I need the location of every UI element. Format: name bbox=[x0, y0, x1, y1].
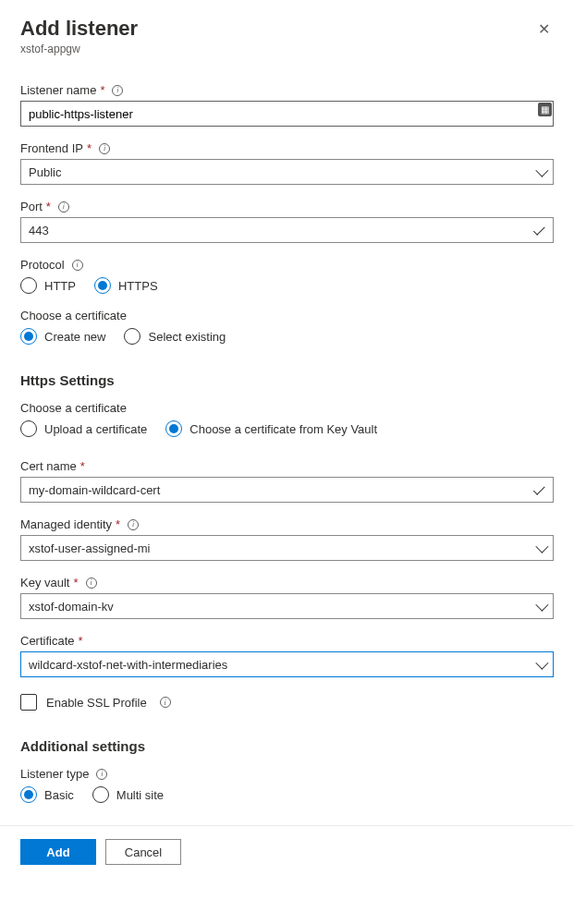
select-existing-radio[interactable]: Select existing bbox=[124, 328, 226, 345]
key-vault-value: xstof-domain-kv bbox=[29, 600, 114, 614]
radio-checked-icon bbox=[94, 277, 111, 294]
choose-cert-label: Choose a certificate bbox=[20, 309, 554, 322]
upload-cert-label: Upload a certificate bbox=[44, 422, 147, 436]
managed-identity-label: Managed identity bbox=[20, 517, 112, 531]
required-icon: * bbox=[80, 459, 85, 473]
radio-checked-icon bbox=[165, 420, 182, 437]
info-icon[interactable]: i bbox=[58, 201, 69, 213]
info-icon[interactable]: i bbox=[160, 697, 171, 708]
certificate-value: wildcard-xstof-net-with-intermediaries bbox=[29, 658, 227, 672]
key-vault-label: Key vault bbox=[20, 576, 69, 590]
info-icon[interactable]: i bbox=[86, 578, 97, 589]
radio-checked-icon bbox=[20, 786, 37, 803]
create-new-label: Create new bbox=[44, 330, 105, 344]
chevron-down-icon bbox=[535, 541, 548, 553]
panel-title: Add listener bbox=[20, 17, 138, 41]
info-icon[interactable]: i bbox=[96, 769, 107, 780]
listener-name-label: Listener name bbox=[20, 83, 96, 97]
frontend-ip-value: Public bbox=[29, 165, 61, 179]
panel-subtitle: xstof-appgw bbox=[20, 43, 138, 55]
protocol-https-radio[interactable]: HTTPS bbox=[94, 277, 158, 294]
managed-identity-select[interactable]: xstof-user-assigned-mi bbox=[20, 535, 554, 561]
key-vault-select[interactable]: xstof-domain-kv bbox=[20, 593, 554, 619]
cancel-button[interactable]: Cancel bbox=[105, 839, 181, 865]
info-icon[interactable]: i bbox=[72, 260, 83, 271]
required-icon: * bbox=[100, 83, 104, 97]
radio-checked-icon bbox=[20, 328, 37, 345]
certificate-label: Certificate bbox=[20, 634, 75, 648]
check-icon bbox=[533, 483, 545, 495]
https-settings-heading: Https Settings bbox=[20, 372, 554, 388]
cert-name-label: Cert name bbox=[20, 459, 77, 473]
chevron-down-icon bbox=[535, 657, 548, 670]
enable-ssl-label: Enable SSL Profile bbox=[46, 696, 147, 710]
protocol-http-label: HTTP bbox=[44, 279, 76, 293]
additional-settings-heading: Additional settings bbox=[20, 738, 554, 754]
listener-type-label: Listener type bbox=[20, 767, 89, 781]
keyvault-cert-radio[interactable]: Choose a certificate from Key Vault bbox=[165, 420, 377, 437]
select-existing-label: Select existing bbox=[148, 330, 226, 344]
create-new-radio[interactable]: Create new bbox=[20, 328, 105, 345]
upload-cert-radio[interactable]: Upload a certificate bbox=[20, 420, 147, 437]
protocol-label: Protocol bbox=[20, 258, 65, 272]
input-suggestion-icon[interactable]: ▦ bbox=[538, 103, 552, 116]
add-button[interactable]: Add bbox=[20, 839, 96, 865]
port-label: Port bbox=[20, 200, 43, 213]
managed-identity-value: xstof-user-assigned-mi bbox=[29, 541, 151, 555]
listener-type-multi-radio[interactable]: Multi site bbox=[92, 786, 164, 803]
required-icon: * bbox=[46, 200, 51, 213]
listener-type-basic-radio[interactable]: Basic bbox=[20, 786, 74, 803]
info-icon[interactable]: i bbox=[128, 519, 139, 530]
radio-icon bbox=[20, 277, 37, 294]
cert-name-input[interactable]: my-domain-wildcard-cert bbox=[20, 477, 554, 503]
check-icon bbox=[533, 224, 545, 236]
frontend-ip-label: Frontend IP bbox=[20, 141, 83, 155]
port-select[interactable]: 443 bbox=[20, 217, 554, 243]
cert-name-value: my-domain-wildcard-cert bbox=[29, 483, 160, 497]
chevron-down-icon bbox=[535, 164, 548, 177]
info-icon[interactable]: i bbox=[112, 85, 123, 96]
listener-type-basic-label: Basic bbox=[44, 788, 74, 802]
required-icon: * bbox=[73, 576, 78, 590]
listener-name-input[interactable] bbox=[20, 101, 554, 127]
radio-icon bbox=[20, 420, 37, 437]
keyvault-cert-label: Choose a certificate from Key Vault bbox=[189, 422, 377, 436]
required-icon: * bbox=[79, 634, 83, 648]
required-icon: * bbox=[116, 517, 120, 531]
certificate-select[interactable]: wildcard-xstof-net-with-intermediaries bbox=[20, 651, 554, 677]
protocol-https-label: HTTPS bbox=[118, 279, 158, 293]
port-value: 443 bbox=[29, 224, 49, 237]
choose-cert2-label: Choose a certificate bbox=[20, 401, 554, 415]
close-icon[interactable]: ✕ bbox=[534, 17, 554, 42]
chevron-down-icon bbox=[535, 599, 548, 612]
frontend-ip-select[interactable]: Public bbox=[20, 159, 554, 185]
info-icon[interactable]: i bbox=[99, 143, 110, 154]
listener-type-multi-label: Multi site bbox=[116, 788, 164, 802]
radio-icon bbox=[92, 786, 109, 803]
radio-icon bbox=[124, 328, 140, 345]
enable-ssl-checkbox[interactable] bbox=[20, 694, 37, 711]
required-icon: * bbox=[87, 141, 92, 155]
protocol-http-radio[interactable]: HTTP bbox=[20, 277, 76, 294]
